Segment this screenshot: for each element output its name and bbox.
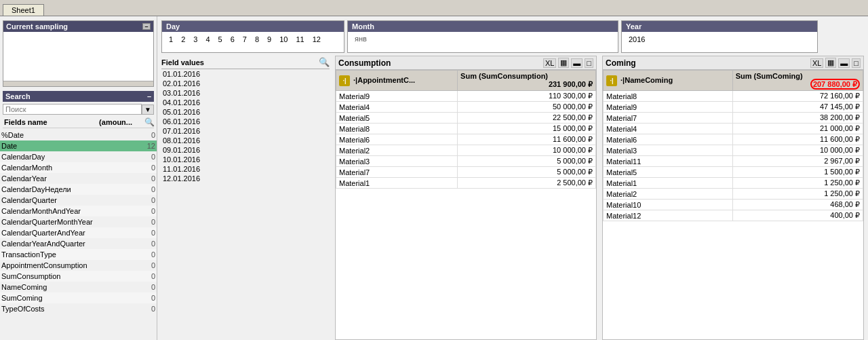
coming-bar-icon[interactable]: ▬ [838, 58, 850, 68]
consumption-xl-icon[interactable]: XL [543, 58, 556, 68]
field-row[interactable]: CalendarQuarter0 [0, 195, 157, 206]
consumption-value: 110 300,00 ₽ [458, 91, 596, 102]
coming-value: 11 600,00 ₽ [732, 134, 863, 145]
coming-xl-icon[interactable]: XL [810, 58, 823, 68]
day-value[interactable]: 1 [165, 33, 177, 51]
sheet1-tab[interactable]: Sheet1 [3, 4, 44, 16]
day-value[interactable]: 6 [226, 33, 239, 51]
consumption-row: Material522 500,00 ₽ [336, 113, 596, 124]
day-value[interactable]: 11 [292, 33, 308, 51]
consumption-grid-icon[interactable]: ▦ [558, 58, 569, 68]
consumption-material: Material5 [336, 113, 458, 124]
consumption-row: Material35 000,00 ₽ [336, 156, 596, 167]
field-values-box: Field values 🔍 01.01.201602.01.201603.01… [161, 56, 330, 340]
coming-row: Material738 200,00 ₽ [604, 113, 863, 124]
coming-row: Material947 145,00 ₽ [604, 102, 863, 113]
field-value-item[interactable]: 03.01.2016 [161, 88, 330, 98]
field-row[interactable]: SumConsumption0 [0, 271, 157, 282]
search-input[interactable] [3, 104, 142, 115]
coming-table-box: Coming XL ▦ ▬ □ ·| ·|NameComing [602, 56, 864, 340]
field-value-item[interactable]: 06.01.2016 [161, 117, 330, 126]
day-value[interactable]: 12 [309, 33, 325, 51]
consumption-bar-icon[interactable]: ▬ [571, 58, 583, 68]
coming-col-icon: ·| [606, 75, 617, 86]
consumption-row: Material210 000,00 ₽ [336, 145, 596, 156]
day-value[interactable]: 2 [177, 33, 189, 51]
coming-material: Material10 [604, 200, 733, 210]
field-count: 0 [142, 294, 155, 302]
coming-box-icon[interactable]: □ [852, 58, 861, 68]
search-dropdown-btn[interactable]: ▼ [142, 105, 154, 115]
coming-value: 1 250,00 ₽ [732, 178, 863, 189]
field-value-item[interactable]: 07.01.2016 [161, 126, 330, 136]
field-values-title: Field values [161, 58, 204, 67]
field-value-item[interactable]: 01.01.2016 [161, 69, 330, 79]
field-row[interactable]: CalendarYearAndQuarter0 [0, 238, 157, 249]
field-row[interactable]: CalendarMonthAndYear0 [0, 206, 157, 216]
fields-search-icon[interactable]: 🔍 [144, 117, 154, 127]
field-value-item[interactable]: 11.01.2016 [161, 164, 330, 174]
day-filter-content: 123456789101112 [162, 32, 344, 52]
month-filter-content: янв [348, 32, 618, 52]
day-value[interactable]: 9 [263, 33, 275, 51]
current-sampling-minimize[interactable]: – [142, 23, 151, 30]
field-value-item[interactable]: 10.01.2016 [161, 155, 330, 164]
field-row[interactable]: AppointmentConsumption0 [0, 260, 157, 271]
field-value-item[interactable]: 02.01.2016 [161, 79, 330, 88]
day-value[interactable]: 4 [201, 33, 214, 51]
field-row[interactable]: CalendarQuarterAndYear0 [0, 227, 157, 238]
current-sampling-box: Current sampling – [3, 20, 154, 87]
field-row[interactable]: CalendarDayНедели0 [0, 184, 157, 195]
field-value-item[interactable]: 12.01.2016 [161, 174, 330, 183]
coming-row: Material310 000,00 ₽ [604, 145, 863, 156]
field-row[interactable]: CalendarMonth0 [0, 162, 157, 173]
day-value[interactable]: 3 [189, 33, 201, 51]
field-row[interactable]: CalendarYear0 [0, 173, 157, 184]
field-value-item[interactable]: 08.01.2016 [161, 136, 330, 145]
search-minimize[interactable]: – [147, 92, 151, 100]
field-value-item[interactable]: 04.01.2016 [161, 98, 330, 107]
coming-value: 38 200,00 ₽ [732, 113, 863, 124]
field-name: CalendarQuarter [1, 196, 142, 204]
tab-bar: Sheet1 [0, 0, 868, 16]
coming-value: 21 000,00 ₽ [732, 124, 863, 134]
consumption-box-icon[interactable]: □ [585, 58, 593, 68]
consumption-toolbar: Consumption XL ▦ ▬ □ [336, 56, 596, 70]
field-row[interactable]: NameComing0 [0, 282, 157, 292]
sampling-scrollbar[interactable] [3, 81, 153, 86]
field-row[interactable]: TransactionType0 [0, 249, 157, 260]
field-row[interactable]: Date12 [0, 140, 157, 151]
day-value[interactable]: 5 [214, 33, 226, 51]
day-value[interactable]: 8 [251, 33, 263, 51]
consumption-material: Material1 [336, 178, 458, 189]
coming-toolbar: Coming XL ▦ ▬ □ [603, 56, 863, 70]
sampling-content [3, 32, 153, 86]
field-value-item[interactable]: 05.01.2016 [161, 107, 330, 117]
field-name: AppointmentConsumption [1, 261, 142, 269]
field-row[interactable]: %Date0 [0, 130, 157, 140]
fields-name-header: Fields name [3, 117, 98, 127]
consumption-icons: XL ▦ ▬ □ [543, 58, 593, 68]
field-row[interactable]: CalendarQuarterMonthYear0 [0, 216, 157, 227]
consumption-value: 15 000,00 ₽ [458, 124, 596, 134]
day-value[interactable]: 7 [239, 33, 251, 51]
field-count: 0 [142, 305, 155, 313]
coming-grid-icon[interactable]: ▦ [825, 58, 836, 68]
coming-title: Coming [606, 58, 636, 68]
coming-material: Material1 [604, 178, 733, 189]
field-name: SumComing [1, 294, 142, 302]
field-row[interactable]: SumComing0 [0, 292, 157, 303]
field-row[interactable]: TypeOfCosts0 [0, 303, 157, 314]
search-section: Search – ▼ Fields name (amoun... 🔍 [0, 90, 157, 130]
field-count: 0 [142, 250, 155, 259]
coming-value: 47 145,00 ₽ [732, 102, 863, 113]
field-value-item[interactable]: 09.01.2016 [161, 145, 330, 155]
field-row[interactable]: CalendarDay0 [0, 151, 157, 162]
fields-header: Fields name (amoun... 🔍 [3, 117, 154, 128]
day-value[interactable]: 10 [275, 33, 292, 51]
field-name: CalendarDayНедели [1, 185, 142, 193]
field-values-search-icon[interactable]: 🔍 [319, 57, 330, 67]
field-values-header: Field values 🔍 [161, 56, 330, 69]
consumption-title: Consumption [338, 58, 391, 68]
search-title: Search [5, 92, 31, 100]
